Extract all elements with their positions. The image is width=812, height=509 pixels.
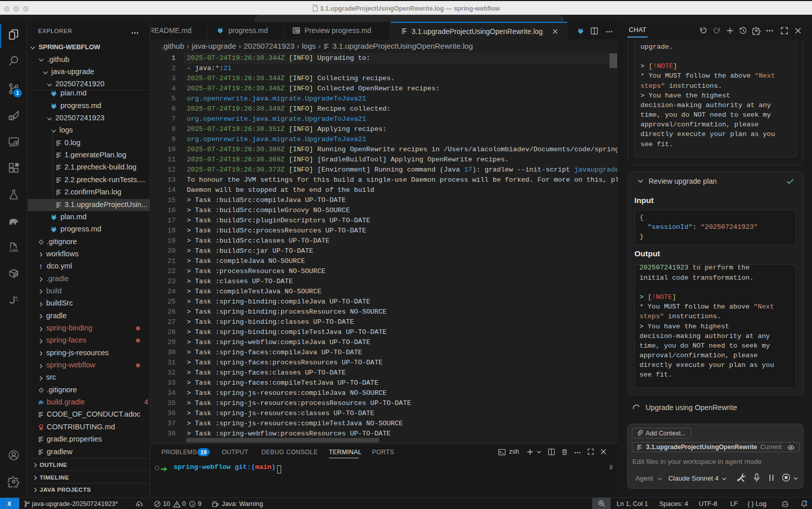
- svg-text:LOG: LOG: [10, 248, 18, 253]
- svg-text:!: !: [40, 263, 42, 270]
